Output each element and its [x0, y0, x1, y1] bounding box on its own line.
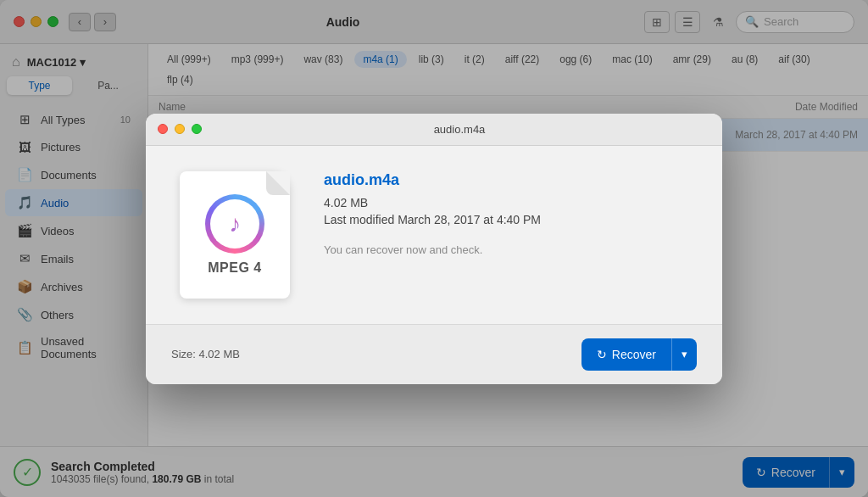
music-circle: ♪	[205, 194, 264, 254]
modal-file-size: 4.02 MB	[324, 196, 697, 209]
modal-recover-dropdown-icon[interactable]: ▾	[671, 338, 697, 371]
modal-footer: Size: 4.02 MB ↻ Recover ▾	[146, 324, 722, 384]
modal-body: ♪ MPEG 4 audio.m4a 4.02 MB Last modified…	[146, 146, 722, 324]
modal-file-date: Last modified March 28, 2017 at 4:40 PM	[324, 213, 697, 226]
file-paper-icon: ♪ MPEG 4	[180, 171, 290, 299]
modal-title: audio.m4a	[209, 123, 710, 136]
modal-recover-icon: ↻	[597, 348, 607, 361]
file-type-label: MPEG 4	[208, 260, 261, 276]
file-info: audio.m4a 4.02 MB Last modified March 28…	[324, 171, 697, 256]
modal-file-name: audio.m4a	[324, 171, 697, 189]
modal-close-button[interactable]	[158, 124, 168, 134]
modal-overlay[interactable]: audio.m4a ♪ MPEG 4 audio.m4a 4.02 MB Las…	[0, 0, 868, 497]
modal-maximize-button[interactable]	[192, 124, 202, 134]
modal-minimize-button[interactable]	[175, 124, 185, 134]
modal-file-hint: You can recover now and check.	[324, 243, 697, 256]
file-preview-modal: audio.m4a ♪ MPEG 4 audio.m4a 4.02 MB Las…	[146, 114, 722, 384]
modal-recover-button[interactable]: ↻ Recover ▾	[581, 338, 697, 371]
file-preview-icon: ♪ MPEG 4	[171, 171, 298, 299]
modal-footer-size: Size: 4.02 MB	[171, 348, 240, 360]
music-note-icon: ♪	[229, 210, 241, 237]
modal-recover-label: ↻ Recover	[581, 338, 671, 371]
modal-titlebar: audio.m4a	[146, 114, 722, 146]
